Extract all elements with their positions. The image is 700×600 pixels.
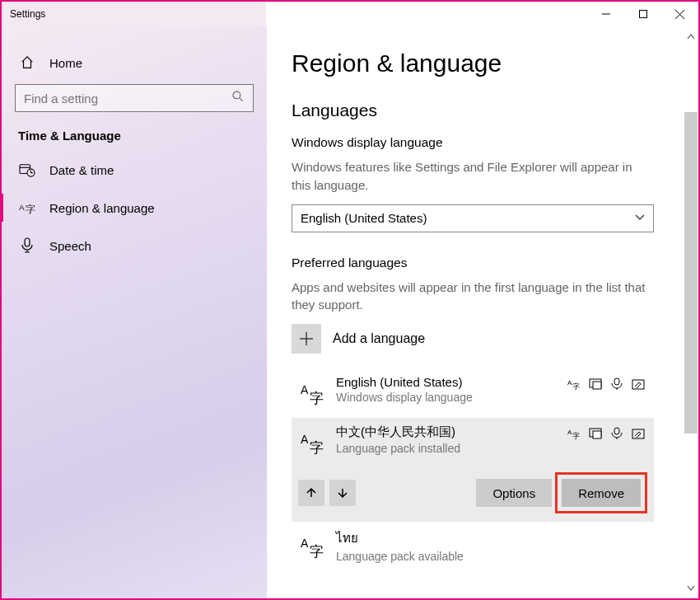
sidebar-item-label: Region & language: [49, 201, 155, 215]
language-name: 中文(中华人民共和国): [336, 424, 567, 440]
svg-point-4: [233, 91, 240, 99]
language-features: A字: [567, 377, 646, 391]
language-actions: Options Remove: [292, 467, 654, 522]
language-icon: A字: [18, 199, 36, 217]
language-sub: Language pack installed: [336, 442, 567, 455]
sidebar-item-speech[interactable]: Speech: [2, 227, 267, 265]
languages-heading: Languages: [292, 101, 687, 120]
svg-text:A: A: [19, 203, 25, 212]
scrollbar[interactable]: [684, 30, 698, 595]
sidebar: Home Time & Language Date & time: [2, 26, 267, 598]
titlebar: Settings: [2, 2, 698, 26]
svg-text:A: A: [301, 537, 309, 550]
text-to-speech-icon: A字: [567, 426, 581, 441]
svg-text:字: 字: [310, 544, 324, 560]
sidebar-item-date-time[interactable]: Date & time: [2, 151, 267, 189]
search-input[interactable]: [15, 84, 254, 112]
minimize-button[interactable]: [587, 2, 624, 26]
search-input-field[interactable]: [24, 91, 231, 105]
remove-button-label: Remove: [578, 486, 624, 500]
window-body: Home Time & Language Date & time: [2, 26, 698, 598]
options-button-label: Options: [492, 486, 535, 500]
svg-line-5: [240, 98, 243, 101]
svg-rect-20: [614, 378, 619, 385]
speech-icon: [609, 426, 624, 441]
svg-rect-19: [593, 382, 601, 389]
page-title: Region & language: [292, 49, 687, 77]
search-wrap: [2, 84, 267, 112]
svg-text:A: A: [301, 383, 309, 396]
move-down-button[interactable]: [329, 480, 356, 506]
svg-rect-28: [614, 428, 619, 434]
settings-window: Settings Home: [0, 0, 700, 600]
language-glyph-icon: A字: [298, 428, 328, 457]
display-icon: [588, 377, 603, 391]
text-to-speech-icon: A字: [567, 377, 581, 391]
language-row-thai[interactable]: A字 ไทย Language pack available: [292, 522, 654, 571]
language-sub: Language pack available: [336, 550, 646, 563]
svg-rect-11: [25, 238, 30, 246]
search-icon: [231, 90, 245, 106]
sidebar-category: Time & Language: [2, 122, 267, 151]
add-language-label: Add a language: [333, 331, 425, 346]
sidebar-item-label: Speech: [49, 239, 91, 253]
calendar-clock-icon: [18, 161, 36, 179]
language-row-chinese[interactable]: A字 中文(中华人民共和国) Language pack installed A…: [292, 418, 654, 467]
window-title: Settings: [10, 8, 45, 20]
svg-rect-1: [639, 11, 646, 18]
svg-text:A: A: [301, 433, 309, 446]
language-sub: Windows display language: [336, 391, 567, 404]
scroll-up-icon[interactable]: [684, 30, 698, 45]
display-language-dropdown[interactable]: English (United States): [292, 204, 654, 232]
svg-rect-21: [632, 380, 644, 389]
scroll-down-icon[interactable]: [684, 580, 698, 595]
preferred-languages-desc: Apps and websites will appear in the fir…: [292, 279, 654, 315]
language-glyph-icon: A字: [298, 532, 328, 561]
sidebar-home-label: Home: [49, 56, 82, 70]
preferred-languages-heading: Preferred languages: [292, 255, 687, 270]
sidebar-item-label: Date & time: [49, 163, 114, 177]
plus-icon: [292, 324, 321, 354]
move-up-button[interactable]: [298, 480, 324, 506]
svg-text:字: 字: [310, 440, 324, 456]
sidebar-home[interactable]: Home: [2, 45, 267, 81]
display-language-desc: Windows features like Settings and File …: [292, 158, 654, 195]
language-features: A字: [567, 426, 646, 441]
home-icon: [18, 54, 36, 72]
handwriting-icon: [631, 377, 646, 391]
sidebar-item-region-language[interactable]: A字 Region & language: [2, 189, 267, 227]
svg-text:字: 字: [572, 382, 580, 391]
microphone-icon: [18, 237, 36, 255]
svg-rect-27: [593, 431, 601, 438]
maximize-button[interactable]: [624, 2, 661, 26]
add-language-button[interactable]: Add a language: [292, 324, 687, 354]
language-glyph-icon: A字: [298, 378, 328, 408]
display-icon: [588, 426, 603, 441]
remove-button[interactable]: Remove: [562, 479, 641, 507]
language-row-english[interactable]: A字 English (United States) Windows displ…: [292, 368, 654, 418]
svg-rect-29: [632, 429, 644, 438]
display-language-heading: Windows display language: [292, 135, 687, 150]
content-pane: Region & language Languages Windows disp…: [267, 26, 698, 598]
close-button[interactable]: [661, 2, 698, 26]
language-name: English (United States): [336, 375, 567, 389]
svg-text:字: 字: [572, 432, 580, 440]
remove-highlight: Remove: [555, 472, 647, 513]
chevron-down-icon: [635, 211, 645, 225]
svg-text:字: 字: [26, 204, 35, 214]
options-button[interactable]: Options: [476, 479, 552, 507]
display-language-value: English (United States): [301, 211, 427, 225]
svg-text:字: 字: [310, 391, 324, 406]
speech-icon: [609, 377, 624, 391]
language-name: ไทย: [336, 528, 646, 548]
scroll-thumb[interactable]: [684, 112, 698, 434]
handwriting-icon: [631, 426, 646, 441]
